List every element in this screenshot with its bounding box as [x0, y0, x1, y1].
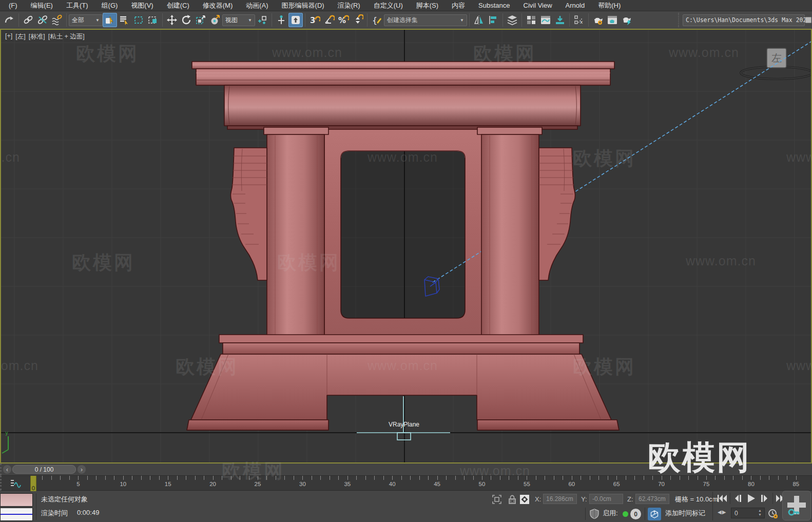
shield-icon[interactable] [588, 508, 601, 520]
unlink-icon[interactable] [35, 13, 50, 27]
rendered-frame-window-button[interactable] [605, 13, 620, 27]
menu-item[interactable]: 帮助(H) [591, 1, 627, 10]
maxscript-mini-listener[interactable] [0, 508, 33, 521]
menu-item[interactable]: 自定义(U) [367, 1, 410, 10]
next-frame-button[interactable] [758, 492, 771, 505]
mini-curve-editor-button[interactable] [9, 477, 22, 490]
toolbar-separator [66, 13, 67, 27]
select-by-name-button[interactable] [117, 13, 131, 27]
play-button[interactable] [745, 492, 758, 505]
array-button[interactable]: x [572, 13, 586, 27]
named-selection-set-combo[interactable]: 创建选择集 ▼ [384, 14, 467, 26]
ruler-frame-label: 60 [568, 481, 575, 487]
time-configuration-button[interactable] [767, 508, 779, 520]
snap-toggle-3d-button[interactable]: 3 [307, 13, 322, 27]
model-pilaster-right [481, 134, 539, 336]
add-key-button[interactable] [782, 491, 811, 520]
menu-item[interactable]: 创建(C) [160, 1, 196, 10]
fireplace-model[interactable] [187, 41, 812, 430]
viewport-menu-standard[interactable]: [标准] [29, 32, 45, 41]
ruler-frame-label: 15 [165, 481, 171, 487]
angle-snap-button[interactable] [322, 13, 336, 27]
z-coord-field[interactable]: 62.473cm [635, 494, 669, 504]
spinner-snap-button[interactable] [351, 13, 365, 27]
layer-explorer-button[interactable] [505, 13, 519, 27]
select-and-scale-button[interactable] [194, 13, 208, 27]
curve-editor-button[interactable] [538, 13, 553, 27]
percent-snap-button[interactable]: % [336, 13, 351, 27]
previous-frame-chevron[interactable]: ‹ [3, 465, 11, 474]
previous-frame-button[interactable] [731, 492, 745, 505]
isolate-selection-icon[interactable] [491, 493, 503, 506]
ref-coord-combo[interactable]: 视图 ▼ [222, 14, 255, 26]
ruler-frame-label: 40 [389, 481, 396, 487]
select-and-move-button[interactable] [165, 13, 179, 27]
select-object-button[interactable] [103, 13, 117, 27]
statusbar-separator [712, 492, 713, 520]
menu-item[interactable]: 工具(T) [60, 1, 95, 10]
absolute-relative-toggle[interactable] [518, 493, 531, 506]
viewport-left[interactable]: 左 [0, 29, 812, 463]
go-to-start-button[interactable] [716, 492, 729, 505]
menu-item[interactable]: 内容 [445, 1, 472, 10]
menu-item[interactable]: 脚本(S) [410, 1, 445, 10]
model-cap-right [477, 127, 542, 134]
x-coord-field[interactable]: 16.286cm [543, 494, 577, 504]
next-frame-chevron[interactable]: › [78, 465, 86, 474]
zero-badge[interactable]: 0 [630, 509, 641, 519]
chevron-down-icon: ▼ [248, 18, 252, 23]
menu-item[interactable]: (F) [2, 2, 24, 9]
link-icon[interactable] [21, 13, 35, 27]
select-and-rotate-button[interactable] [179, 13, 194, 27]
edit-named-selection-sets-button[interactable]: { [370, 13, 384, 27]
model-frieze [224, 85, 581, 126]
key-mode-toggle[interactable]: ◀▶ [718, 509, 726, 515]
menu-item[interactable]: 视图(V) [124, 1, 160, 10]
bind-spacewarp-icon[interactable] [50, 13, 64, 27]
mirror-button[interactable] [472, 13, 486, 27]
select-and-manipulate-button[interactable] [274, 13, 288, 27]
workspace-button[interactable] [805, 13, 812, 27]
z-coord-label: Z: [627, 495, 633, 503]
menu-item[interactable]: 编辑(E) [24, 1, 60, 10]
menu-item[interactable]: Substance [472, 2, 516, 9]
render-production-button[interactable] [620, 13, 634, 27]
frame-field-spinner[interactable]: ▲▼ [758, 509, 762, 517]
time-tag-cube-button[interactable] [648, 508, 661, 520]
menu-item[interactable]: 动画(A) [239, 1, 275, 10]
keyboard-override-toggle[interactable] [288, 13, 303, 27]
toolbar-drag-handle[interactable] [678, 13, 680, 27]
timeline-ruler[interactable]: 0 0510152025303540455055606570758085 [0, 475, 812, 491]
menu-item[interactable]: 组(G) [95, 1, 125, 10]
rect-selection-region-button[interactable] [131, 13, 146, 27]
selection-filter-combo[interactable]: 全部 ▼ [69, 14, 103, 26]
time-slider-track[interactable]: ‹ 0 / 100 › [0, 463, 812, 475]
viewport-menu-pov[interactable]: [左] [15, 32, 25, 41]
menu-item[interactable]: Arnold [559, 2, 592, 9]
ruler-frame-label: 30 [299, 481, 306, 487]
align-button[interactable] [486, 13, 500, 27]
viewport-menu-general[interactable]: [+] [5, 32, 12, 41]
select-and-place-button[interactable] [208, 13, 222, 27]
menu-item[interactable]: 修改器(M) [196, 1, 240, 10]
project-folder-combo[interactable]: C:\Users\Han\Documents\3ds Max 2022 ▼ [683, 14, 805, 26]
model-plinth-upper [219, 335, 583, 343]
menu-item[interactable]: Civil View [517, 2, 559, 9]
window-crossing-button[interactable] [146, 13, 160, 27]
add-time-tag-text[interactable]: 添加时间标记 [665, 509, 705, 518]
selection-lock-icon[interactable] [506, 493, 518, 506]
redo-button[interactable] [2, 13, 16, 27]
viewport-menu-shading[interactable]: [粘土 + 边面] [48, 32, 85, 41]
ribbon-toggle-button[interactable] [553, 13, 567, 27]
use-pivot-center-button[interactable] [255, 13, 269, 27]
vrayplane-gizmo[interactable] [357, 396, 450, 440]
menu-item[interactable]: 渲染(R) [331, 1, 367, 10]
current-frame-marker[interactable]: 0 [30, 476, 36, 491]
time-slider-handle[interactable]: 0 / 100 [12, 465, 76, 474]
render-setup-button[interactable] [591, 13, 605, 27]
y-coord-field[interactable]: -0.0cm [589, 494, 623, 504]
scene-explorer-button[interactable] [524, 13, 538, 27]
menu-item[interactable]: 图形编辑器(D) [275, 1, 331, 10]
statusbar-separator [36, 493, 36, 520]
macro-recorder-mini-listener[interactable] [0, 493, 33, 507]
